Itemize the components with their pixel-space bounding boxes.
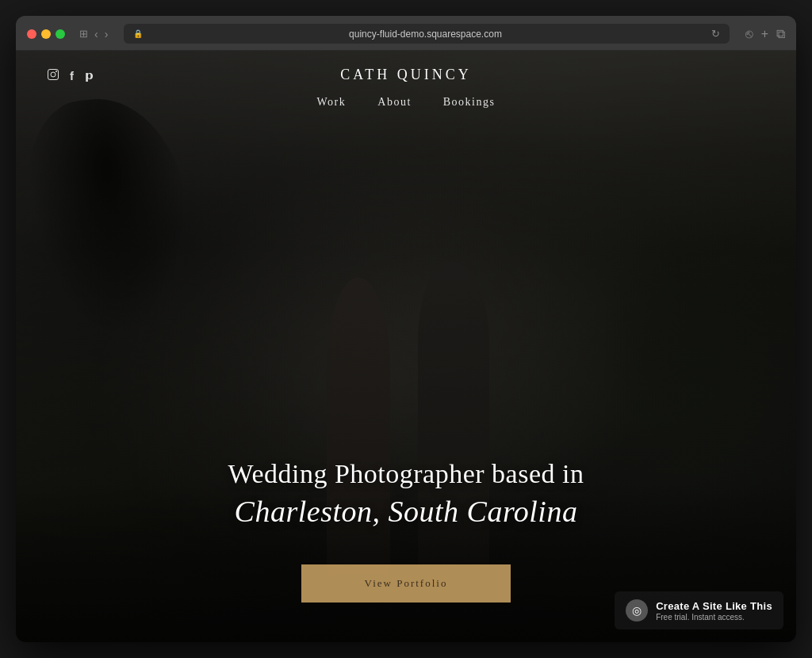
instagram-link[interactable]	[48, 69, 59, 82]
back-button[interactable]: ‹	[94, 29, 98, 40]
new-tab-icon[interactable]: +	[761, 27, 768, 41]
url-text: quincy-fluid-demo.squarespace.com	[147, 29, 703, 40]
headline-line1: Wedding Photographer based in	[48, 457, 764, 492]
browser-chrome: ⊞ ‹ › 🔒 quincy-fluid-demo.squarespace.co…	[16, 16, 796, 51]
headline-line2: Charleston, South Carolina	[48, 492, 764, 531]
dark-overlay	[16, 51, 796, 642]
forward-button[interactable]: ›	[105, 29, 109, 40]
traffic-lights	[27, 29, 65, 39]
address-bar[interactable]: 🔒 quincy-fluid-demo.squarespace.com ↻	[124, 24, 729, 44]
social-icons: f 𝗽	[48, 68, 94, 82]
hero-text: Wedding Photographer based in Charleston…	[16, 457, 796, 531]
site-nav: Work About Bookings	[48, 93, 764, 112]
facebook-icon: f	[70, 69, 74, 82]
tab-overview-icon[interactable]: ⧉	[776, 27, 785, 41]
sq-badge-text: Create A Site Like This Free trial. Inst…	[656, 600, 772, 622]
squarespace-logo: ◎	[626, 599, 648, 622]
nav-about[interactable]: About	[377, 96, 412, 109]
site-header: f 𝗽 CATH QUINCY Work About Bookings	[16, 51, 796, 112]
close-button[interactable]	[27, 29, 36, 39]
minimize-button[interactable]	[41, 29, 51, 39]
site-title: CATH QUINCY	[48, 67, 764, 83]
nav-work[interactable]: Work	[317, 96, 347, 109]
browser-actions: ⎋ + ⧉	[745, 27, 785, 41]
pinterest-link[interactable]: 𝗽	[85, 68, 94, 82]
browser-window: ⊞ ‹ › 🔒 quincy-fluid-demo.squarespace.co…	[16, 16, 796, 642]
sq-main-text: Create A Site Like This	[656, 600, 772, 612]
squarespace-logo-char: ◎	[632, 604, 642, 617]
squarespace-badge[interactable]: ◎ Create A Site Like This Free trial. In…	[615, 591, 783, 629]
maximize-button[interactable]	[56, 29, 65, 39]
view-portfolio-button[interactable]: View Portfolio	[301, 564, 511, 603]
window-layout-icon: ⊞	[79, 28, 88, 40]
refresh-icon: ↻	[711, 28, 720, 40]
lock-icon: 🔒	[133, 29, 143, 38]
nav-bookings[interactable]: Bookings	[443, 96, 496, 109]
sq-sub-text: Free trial. Instant access.	[656, 613, 772, 622]
instagram-icon	[48, 69, 59, 80]
facebook-link[interactable]: f	[70, 69, 74, 82]
share-icon[interactable]: ⎋	[745, 27, 753, 41]
browser-controls: ⊞ ‹ ›	[79, 28, 108, 40]
website-content: f 𝗽 CATH QUINCY Work About Bookings Wedd…	[16, 51, 796, 642]
pinterest-icon: 𝗽	[85, 68, 94, 82]
